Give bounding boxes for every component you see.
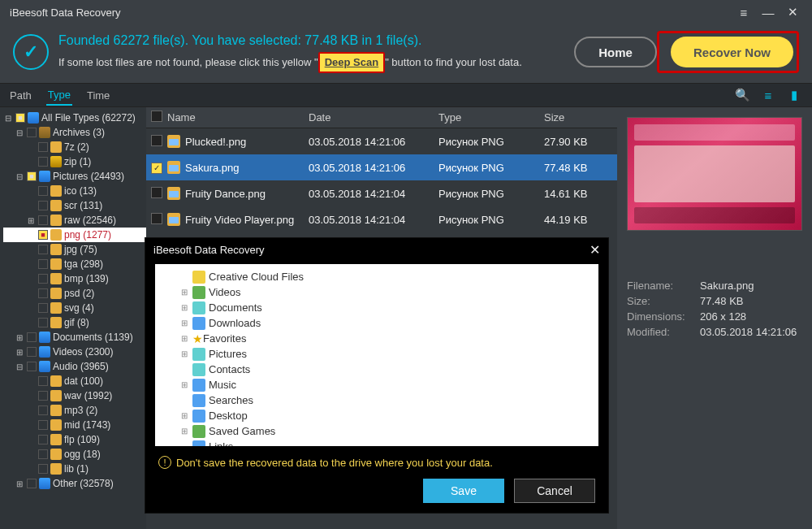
preview-pane: Filename:Sakura.png Size:77.48 KB Dimens…	[617, 107, 812, 529]
tree-node[interactable]: ⊟■Pictures (24493)	[3, 169, 146, 184]
tree-node[interactable]: lib (1)	[3, 462, 146, 476]
dialog-folder-tree[interactable]: Creative Cloud Files⊞Videos⊞Documents⊞Do…	[155, 264, 598, 446]
column-size[interactable]: Size	[544, 111, 617, 124]
tree-node[interactable]: tga (298)	[3, 257, 146, 271]
tree-node[interactable]: flp (109)	[3, 432, 146, 447]
dialog-title: iBeesoft Data Recovery	[153, 244, 265, 256]
tree-node[interactable]: wav (1992)	[3, 388, 146, 403]
column-type[interactable]: Type	[438, 111, 544, 124]
column-date[interactable]: Date	[309, 111, 438, 124]
tab-bar: Path Type Time 🔍 ≡ ▮	[0, 83, 812, 107]
status-banner: ✓ Founded 62272 file(s). You have select…	[0, 24, 812, 83]
tree-node[interactable]: ⊟■All File Types (62272)	[3, 111, 146, 125]
folder-item[interactable]: ⊞Music	[158, 377, 595, 392]
dialog-warning: ! Don't save the recovered data to the d…	[145, 453, 608, 472]
tree-node[interactable]: mid (1743)	[3, 418, 146, 432]
file-row[interactable]: Plucked!.png03.05.2018 14:21:06Рисунок P…	[146, 128, 617, 154]
tree-node[interactable]: 7z (2)	[3, 140, 146, 154]
folder-item[interactable]: ⊞Documents	[158, 300, 595, 315]
column-name[interactable]: Name	[167, 111, 309, 124]
home-button[interactable]: Home	[574, 37, 657, 67]
status-headline: Founded 62272 file(s). You have selected…	[58, 31, 566, 50]
preview-image	[627, 117, 802, 231]
tree-node[interactable]: ico (13)	[3, 184, 146, 198]
preview-toggle-icon[interactable]: ▮	[784, 85, 804, 105]
tree-node[interactable]: scr (131)	[3, 198, 146, 213]
file-icon	[167, 161, 180, 174]
tree-node[interactable]: psd (2)	[3, 286, 146, 301]
file-icon	[167, 135, 180, 148]
preview-modified: 03.05.2018 14:21:06	[700, 326, 797, 338]
row-checkbox[interactable]: ✓	[151, 163, 162, 174]
folder-item[interactable]: Links	[158, 439, 595, 446]
folder-item[interactable]: ⊞★Favorites	[158, 331, 595, 346]
row-checkbox[interactable]	[151, 213, 162, 224]
preview-filename: Sakura.png	[700, 280, 754, 292]
row-checkbox[interactable]	[151, 135, 162, 146]
tree-node[interactable]: mp3 (2)	[3, 403, 146, 418]
folder-item[interactable]: ⊞Pictures	[158, 346, 595, 362]
file-icon	[167, 187, 180, 200]
preview-size: 77.48 KB	[700, 295, 744, 307]
tree-node[interactable]: ogg (18)	[3, 447, 146, 462]
recover-now-button[interactable]: Recover Now	[671, 37, 793, 67]
folder-item[interactable]: ⊞Desktop	[158, 408, 595, 423]
status-subtext: If some lost files are not found, please…	[58, 52, 566, 73]
preview-dimensions-label: Dimensions:	[627, 310, 700, 323]
tree-node[interactable]: ⊟Archives (3)	[3, 125, 146, 140]
titlebar: iBeesoft Data Recovery ≡ — ✕	[0, 0, 812, 24]
preview-filename-label: Filename:	[627, 280, 700, 292]
dialog-save-button[interactable]: Save	[423, 479, 504, 503]
search-icon[interactable]: 🔍	[732, 85, 752, 105]
tab-type[interactable]: Type	[46, 85, 72, 106]
tree-node[interactable]: ⊞raw (22546)	[3, 213, 146, 228]
folder-item[interactable]: Creative Cloud Files	[158, 269, 595, 284]
tree-node[interactable]: ⊞Videos (2300)	[3, 345, 146, 359]
tree-node[interactable]: dat (100)	[3, 374, 146, 388]
tree-node[interactable]: ⊞Other (32578)	[3, 476, 146, 491]
tab-time[interactable]: Time	[85, 86, 111, 105]
preview-modified-label: Modified:	[627, 326, 700, 338]
select-all-checkbox[interactable]	[151, 111, 162, 122]
minimize-icon[interactable]: —	[758, 2, 778, 22]
close-icon[interactable]: ✕	[783, 2, 802, 22]
tree-node[interactable]: gif (8)	[3, 315, 146, 330]
preview-size-label: Size:	[627, 295, 700, 307]
dialog-close-icon[interactable]: ✕	[590, 242, 600, 258]
row-checkbox[interactable]	[151, 187, 162, 198]
tree-node[interactable]: ⊟Audio (3965)	[3, 359, 146, 374]
deep-scan-button[interactable]: Deep Scan	[318, 52, 385, 73]
tree-sidebar[interactable]: ⊟■All File Types (62272)⊟Archives (3)7z …	[0, 107, 146, 529]
save-dialog: iBeesoft Data Recovery ✕ Creative Cloud …	[145, 237, 609, 514]
recover-highlight: Recover Now	[657, 31, 799, 73]
menu-icon[interactable]: ≡	[734, 2, 754, 22]
check-icon: ✓	[13, 34, 49, 70]
tree-node[interactable]: svg (4)	[3, 301, 146, 315]
folder-item[interactable]: ⊞Videos	[158, 284, 595, 300]
tree-node[interactable]: jpg (75)	[3, 242, 146, 257]
tab-path[interactable]: Path	[8, 86, 33, 105]
list-view-icon[interactable]: ≡	[758, 85, 778, 105]
tree-node[interactable]: zip (1)	[3, 154, 146, 169]
file-row[interactable]: Fruity Dance.png03.05.2018 14:21:04Рисун…	[146, 180, 617, 206]
file-row[interactable]: ✓Sakura.png03.05.2018 14:21:06Рисунок PN…	[146, 154, 617, 180]
file-row[interactable]: Fruity Video Player.png03.05.2018 14:21:…	[146, 206, 617, 232]
app-title: iBeesoft Data Recovery	[10, 7, 121, 19]
folder-item[interactable]: ⊞Saved Games	[158, 423, 595, 439]
file-icon	[167, 213, 180, 226]
tree-node[interactable]: ■png (1277)	[3, 228, 146, 242]
dialog-cancel-button[interactable]: Cancel	[514, 479, 595, 503]
warning-icon: !	[158, 456, 171, 469]
preview-dimensions: 206 x 128	[700, 310, 746, 323]
folder-item[interactable]: Searches	[158, 392, 595, 408]
folder-item[interactable]: Contacts	[158, 362, 595, 377]
folder-item[interactable]: ⊞Downloads	[158, 315, 595, 331]
tree-node[interactable]: bmp (139)	[3, 271, 146, 286]
tree-node[interactable]: ⊞Documents (1139)	[3, 330, 146, 345]
